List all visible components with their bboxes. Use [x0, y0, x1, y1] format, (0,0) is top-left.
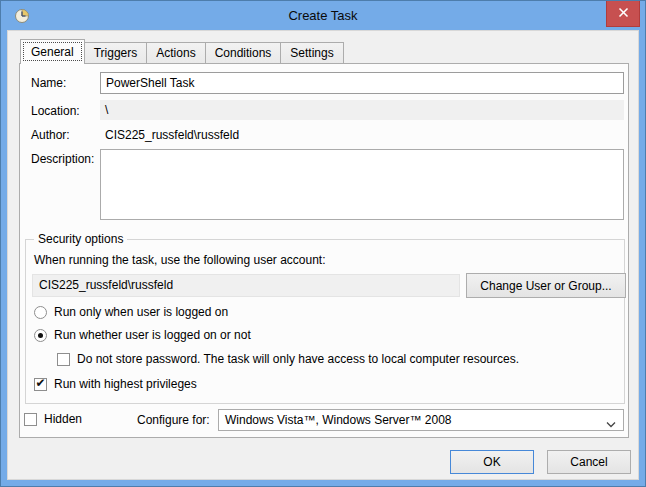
security-options-group: Security options When running the task, …	[25, 239, 625, 404]
radio-button-icon	[34, 306, 47, 319]
radio-run-whether-logged-on-label: Run whether user is logged on or not	[54, 328, 251, 342]
tab-triggers-label: Triggers	[94, 46, 138, 60]
cancel-button[interactable]: Cancel	[547, 450, 631, 474]
checkbox-do-not-store-password[interactable]: Do not store password. The task will onl…	[57, 352, 519, 366]
account-prompt: When running the task, use the following…	[34, 253, 326, 267]
close-button[interactable]	[606, 1, 640, 27]
hidden-checkbox-icon	[24, 413, 37, 426]
create-task-dialog: Create Task General Triggers Actions Con…	[0, 0, 646, 487]
checkbox-hidden[interactable]: Hidden	[24, 412, 82, 426]
tab-actions[interactable]: Actions	[146, 42, 205, 63]
description-label: Description:	[31, 152, 94, 166]
checkbox-unchecked-icon	[57, 353, 70, 366]
tab-actions-label: Actions	[156, 46, 195, 60]
tab-triggers[interactable]: Triggers	[84, 42, 148, 63]
run-highest-privileges-label: Run with highest privileges	[54, 377, 197, 391]
location-value: \	[100, 100, 624, 120]
checkbox-run-highest-privileges[interactable]: ✔ Run with highest privileges	[34, 377, 197, 391]
name-input[interactable]	[100, 72, 624, 94]
radio-button-selected-icon	[34, 329, 47, 342]
general-tab-panel: Name: Location: \ Author: CIS225_russfel…	[19, 63, 629, 438]
window-title: Create Task	[1, 8, 645, 23]
tab-settings[interactable]: Settings	[280, 42, 343, 63]
tab-general[interactable]: General	[20, 39, 85, 64]
change-user-or-group-button[interactable]: Change User or Group...	[466, 273, 626, 298]
tab-conditions-label: Conditions	[215, 46, 272, 60]
user-account-field: CIS225_russfeld\russfeld	[32, 274, 460, 297]
close-icon	[618, 7, 629, 21]
location-label: Location:	[31, 104, 80, 118]
tab-settings-label: Settings	[290, 46, 333, 60]
description-textarea[interactable]	[100, 149, 624, 220]
tab-conditions[interactable]: Conditions	[205, 42, 282, 63]
configure-for-label: Configure for:	[137, 413, 210, 427]
dialog-body: General Triggers Actions Conditions Sett…	[7, 30, 639, 480]
ok-button[interactable]: OK	[450, 450, 534, 474]
tab-strip: General Triggers Actions Conditions Sett…	[20, 39, 344, 64]
radio-run-whether-logged-on[interactable]: Run whether user is logged on or not	[34, 328, 251, 342]
tab-general-label: General	[31, 45, 74, 59]
title-bar[interactable]: Create Task	[1, 1, 645, 30]
radio-run-only-logged-on[interactable]: Run only when user is logged on	[34, 305, 228, 319]
configure-for-value: Windows Vista™, Windows Server™ 2008	[225, 413, 452, 427]
security-options-label: Security options	[34, 232, 127, 246]
configure-for-dropdown[interactable]: Windows Vista™, Windows Server™ 2008	[218, 409, 624, 431]
hidden-label: Hidden	[44, 412, 82, 426]
name-label: Name:	[31, 76, 66, 90]
radio-run-only-logged-on-label: Run only when user is logged on	[54, 305, 228, 319]
checkmark-icon: ✔	[35, 377, 45, 389]
author-value: CIS225_russfeld\russfeld	[105, 128, 239, 142]
chevron-down-icon	[606, 417, 616, 431]
author-label: Author:	[31, 128, 70, 142]
do-not-store-password-label: Do not store password. The task will onl…	[77, 352, 519, 366]
checkbox-checked-icon: ✔	[34, 378, 47, 391]
